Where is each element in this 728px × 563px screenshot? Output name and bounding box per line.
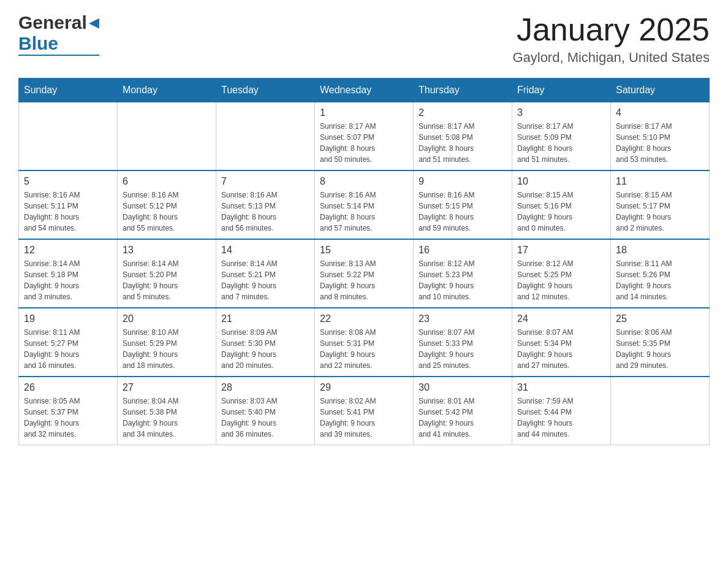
calendar-cell: 27Sunrise: 8:04 AM Sunset: 5:38 PM Dayli… bbox=[118, 377, 216, 445]
weekday-header-monday: Monday bbox=[118, 79, 216, 102]
calendar-week-3: 12Sunrise: 8:14 AM Sunset: 5:18 PM Dayli… bbox=[19, 239, 710, 308]
day-info: Sunrise: 8:14 AM Sunset: 5:18 PM Dayligh… bbox=[24, 258, 112, 302]
day-info: Sunrise: 8:17 AM Sunset: 5:10 PM Dayligh… bbox=[616, 121, 704, 165]
weekday-header-sunday: Sunday bbox=[19, 79, 118, 102]
day-number: 4 bbox=[616, 107, 704, 118]
day-info: Sunrise: 8:16 AM Sunset: 5:14 PM Dayligh… bbox=[320, 190, 408, 234]
calendar-week-4: 19Sunrise: 8:11 AM Sunset: 5:27 PM Dayli… bbox=[19, 308, 710, 377]
calendar-cell: 26Sunrise: 8:05 AM Sunset: 5:37 PM Dayli… bbox=[19, 377, 118, 445]
day-number: 13 bbox=[123, 245, 211, 256]
day-info: Sunrise: 8:03 AM Sunset: 5:40 PM Dayligh… bbox=[221, 396, 309, 440]
calendar-cell: 22Sunrise: 8:08 AM Sunset: 5:31 PM Dayli… bbox=[315, 308, 414, 377]
day-number: 20 bbox=[123, 313, 211, 324]
calendar-cell: 16Sunrise: 8:12 AM Sunset: 5:23 PM Dayli… bbox=[414, 239, 512, 308]
day-number: 7 bbox=[221, 176, 309, 187]
month-title: January 2025 bbox=[512, 12, 710, 47]
day-info: Sunrise: 8:16 AM Sunset: 5:11 PM Dayligh… bbox=[24, 190, 112, 234]
calendar-cell bbox=[19, 102, 118, 171]
day-info: Sunrise: 8:02 AM Sunset: 5:41 PM Dayligh… bbox=[320, 396, 408, 440]
day-number: 26 bbox=[24, 382, 112, 393]
calendar-cell: 7Sunrise: 8:16 AM Sunset: 5:13 PM Daylig… bbox=[216, 170, 315, 239]
page-header: General ◀ Blue January 2025 Gaylord, Mic… bbox=[18, 12, 710, 66]
calendar-cell bbox=[611, 377, 710, 445]
weekday-header-thursday: Thursday bbox=[414, 79, 512, 102]
logo: General ◀ Blue bbox=[18, 12, 99, 56]
day-number: 14 bbox=[221, 245, 309, 256]
calendar-cell: 12Sunrise: 8:14 AM Sunset: 5:18 PM Dayli… bbox=[19, 239, 118, 308]
logo-underline bbox=[18, 55, 99, 56]
calendar-header-row: SundayMondayTuesdayWednesdayThursdayFrid… bbox=[19, 79, 710, 102]
day-info: Sunrise: 8:07 AM Sunset: 5:34 PM Dayligh… bbox=[517, 327, 605, 371]
day-info: Sunrise: 8:12 AM Sunset: 5:25 PM Dayligh… bbox=[517, 258, 605, 302]
calendar-cell: 30Sunrise: 8:01 AM Sunset: 5:42 PM Dayli… bbox=[414, 377, 512, 445]
day-info: Sunrise: 8:14 AM Sunset: 5:21 PM Dayligh… bbox=[221, 258, 309, 302]
day-number: 16 bbox=[419, 245, 507, 256]
logo-general: General bbox=[18, 12, 87, 33]
day-info: Sunrise: 8:12 AM Sunset: 5:23 PM Dayligh… bbox=[419, 258, 507, 302]
day-info: Sunrise: 8:15 AM Sunset: 5:16 PM Dayligh… bbox=[517, 190, 605, 234]
day-info: Sunrise: 8:17 AM Sunset: 5:08 PM Dayligh… bbox=[419, 121, 507, 165]
day-number: 30 bbox=[419, 382, 507, 393]
day-number: 24 bbox=[517, 313, 605, 324]
calendar-cell: 21Sunrise: 8:09 AM Sunset: 5:30 PM Dayli… bbox=[216, 308, 315, 377]
day-info: Sunrise: 8:15 AM Sunset: 5:17 PM Dayligh… bbox=[616, 190, 704, 234]
day-number: 17 bbox=[517, 245, 605, 256]
day-info: Sunrise: 8:06 AM Sunset: 5:35 PM Dayligh… bbox=[616, 327, 704, 371]
day-number: 28 bbox=[221, 382, 309, 393]
day-number: 5 bbox=[24, 176, 112, 187]
calendar-cell: 24Sunrise: 8:07 AM Sunset: 5:34 PM Dayli… bbox=[512, 308, 611, 377]
day-number: 31 bbox=[517, 382, 605, 393]
location: Gaylord, Michigan, United States bbox=[512, 50, 710, 66]
day-info: Sunrise: 8:11 AM Sunset: 5:27 PM Dayligh… bbox=[24, 327, 112, 371]
calendar-cell: 6Sunrise: 8:16 AM Sunset: 5:12 PM Daylig… bbox=[118, 170, 216, 239]
calendar-cell: 14Sunrise: 8:14 AM Sunset: 5:21 PM Dayli… bbox=[216, 239, 315, 308]
day-info: Sunrise: 8:09 AM Sunset: 5:30 PM Dayligh… bbox=[221, 327, 309, 371]
day-info: Sunrise: 7:59 AM Sunset: 5:44 PM Dayligh… bbox=[517, 396, 605, 440]
calendar-cell: 5Sunrise: 8:16 AM Sunset: 5:11 PM Daylig… bbox=[19, 170, 118, 239]
weekday-header-wednesday: Wednesday bbox=[315, 79, 414, 102]
calendar-cell: 29Sunrise: 8:02 AM Sunset: 5:41 PM Dayli… bbox=[315, 377, 414, 445]
day-info: Sunrise: 8:01 AM Sunset: 5:42 PM Dayligh… bbox=[419, 396, 507, 440]
calendar-cell: 18Sunrise: 8:11 AM Sunset: 5:26 PM Dayli… bbox=[611, 239, 710, 308]
title-section: January 2025 Gaylord, Michigan, United S… bbox=[512, 12, 710, 66]
calendar-week-2: 5Sunrise: 8:16 AM Sunset: 5:11 PM Daylig… bbox=[19, 170, 710, 239]
calendar-cell: 11Sunrise: 8:15 AM Sunset: 5:17 PM Dayli… bbox=[611, 170, 710, 239]
calendar-cell bbox=[216, 102, 315, 171]
weekday-header-friday: Friday bbox=[512, 79, 611, 102]
day-info: Sunrise: 8:16 AM Sunset: 5:15 PM Dayligh… bbox=[419, 190, 507, 234]
day-info: Sunrise: 8:05 AM Sunset: 5:37 PM Dayligh… bbox=[24, 396, 112, 440]
day-number: 2 bbox=[419, 107, 507, 118]
calendar-cell: 2Sunrise: 8:17 AM Sunset: 5:08 PM Daylig… bbox=[414, 102, 512, 171]
calendar-cell: 13Sunrise: 8:14 AM Sunset: 5:20 PM Dayli… bbox=[118, 239, 216, 308]
day-number: 22 bbox=[320, 313, 408, 324]
weekday-header-tuesday: Tuesday bbox=[216, 79, 315, 102]
calendar-cell: 9Sunrise: 8:16 AM Sunset: 5:15 PM Daylig… bbox=[414, 170, 512, 239]
calendar-cell: 1Sunrise: 8:17 AM Sunset: 5:07 PM Daylig… bbox=[315, 102, 414, 171]
calendar-cell: 25Sunrise: 8:06 AM Sunset: 5:35 PM Dayli… bbox=[611, 308, 710, 377]
day-info: Sunrise: 8:17 AM Sunset: 5:09 PM Dayligh… bbox=[517, 121, 605, 165]
calendar-cell: 19Sunrise: 8:11 AM Sunset: 5:27 PM Dayli… bbox=[19, 308, 118, 377]
day-number: 6 bbox=[123, 176, 211, 187]
day-info: Sunrise: 8:07 AM Sunset: 5:33 PM Dayligh… bbox=[419, 327, 507, 371]
calendar-cell: 28Sunrise: 8:03 AM Sunset: 5:40 PM Dayli… bbox=[216, 377, 315, 445]
day-info: Sunrise: 8:10 AM Sunset: 5:29 PM Dayligh… bbox=[123, 327, 211, 371]
calendar-cell bbox=[118, 102, 216, 171]
calendar-week-5: 26Sunrise: 8:05 AM Sunset: 5:37 PM Dayli… bbox=[19, 377, 710, 445]
calendar-cell: 3Sunrise: 8:17 AM Sunset: 5:09 PM Daylig… bbox=[512, 102, 611, 171]
day-info: Sunrise: 8:11 AM Sunset: 5:26 PM Dayligh… bbox=[616, 258, 704, 302]
logo-blue: Blue bbox=[18, 33, 58, 54]
day-number: 18 bbox=[616, 245, 704, 256]
day-info: Sunrise: 8:04 AM Sunset: 5:38 PM Dayligh… bbox=[123, 396, 211, 440]
day-info: Sunrise: 8:16 AM Sunset: 5:12 PM Dayligh… bbox=[123, 190, 211, 234]
day-number: 21 bbox=[221, 313, 309, 324]
calendar-cell: 23Sunrise: 8:07 AM Sunset: 5:33 PM Dayli… bbox=[414, 308, 512, 377]
day-number: 12 bbox=[24, 245, 112, 256]
day-number: 3 bbox=[517, 107, 605, 118]
day-number: 27 bbox=[123, 382, 211, 393]
calendar-week-1: 1Sunrise: 8:17 AM Sunset: 5:07 PM Daylig… bbox=[19, 102, 710, 171]
day-info: Sunrise: 8:08 AM Sunset: 5:31 PM Dayligh… bbox=[320, 327, 408, 371]
day-number: 9 bbox=[419, 176, 507, 187]
calendar-table: SundayMondayTuesdayWednesdayThursdayFrid… bbox=[18, 78, 710, 445]
day-info: Sunrise: 8:14 AM Sunset: 5:20 PM Dayligh… bbox=[123, 258, 211, 302]
day-number: 23 bbox=[419, 313, 507, 324]
